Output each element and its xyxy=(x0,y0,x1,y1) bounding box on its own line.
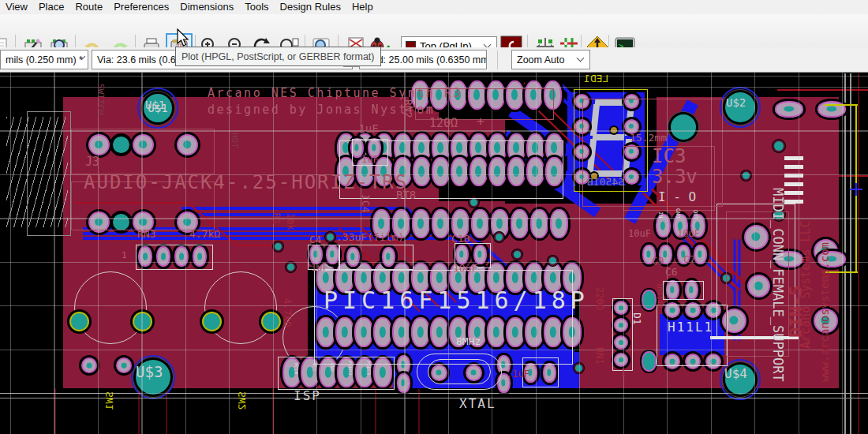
menu-view[interactable]: View xyxy=(0,0,33,13)
trace-top xyxy=(139,389,140,434)
module-editor-button[interactable] xyxy=(21,35,45,47)
silkscreen-text: www.arcanosystems.com xyxy=(819,242,830,382)
undo-button[interactable] xyxy=(80,35,104,47)
drill-hole xyxy=(826,106,836,111)
silkscreen-text: GND xyxy=(330,363,335,372)
zoom-selector[interactable]: Zoom Auto xyxy=(511,50,590,69)
trace-top xyxy=(419,389,420,434)
show-grid-button[interactable] xyxy=(557,35,581,47)
via xyxy=(327,234,334,241)
silkscreen-text: 10k xyxy=(286,213,295,230)
menu-tools[interactable]: Tools xyxy=(239,0,274,13)
silkscreen-text: PGED3 xyxy=(348,361,353,375)
silkscreen-text: D1 xyxy=(632,312,642,325)
silkscreen-text: RN3 xyxy=(137,229,155,239)
pad xyxy=(134,313,151,330)
usb-pin-comb xyxy=(784,156,803,207)
trace-bottom xyxy=(181,207,406,210)
print-button[interactable] xyxy=(140,35,163,47)
silkscreen-text: 15.2mm xyxy=(630,133,667,143)
redo-button[interactable] xyxy=(108,35,132,47)
netlist-button[interactable]: NET xyxy=(344,35,368,47)
module-viewer-button[interactable] xyxy=(47,35,71,47)
drill-hole xyxy=(784,106,794,111)
pad xyxy=(473,211,488,237)
drill-hole xyxy=(556,218,562,229)
find-button[interactable] xyxy=(309,35,333,47)
silkscreen-text: MIDI_CONN_FEMALE_SUPPORT xyxy=(771,188,784,382)
silkscreen-text: PIC16F1516/18P xyxy=(324,289,589,312)
silkscreen-text: IC3 xyxy=(652,147,686,166)
pad xyxy=(204,313,220,330)
layer-selector[interactable]: Top (PgUp) xyxy=(401,36,497,47)
zoom-in-button[interactable] xyxy=(197,35,221,47)
menu-design-rules[interactable]: Design Rules xyxy=(275,0,346,13)
pcb-canvas[interactable]: U$1Arcano NES Chiptune Synth R3designed … xyxy=(0,73,868,434)
trace-top xyxy=(237,245,278,246)
silkscreen-text: 120Ω xyxy=(429,118,458,129)
separator xyxy=(135,35,136,47)
svg-text:>_: >_ xyxy=(619,41,630,47)
trace-top xyxy=(55,389,56,434)
via xyxy=(549,257,556,264)
silkscreen-text: ISP xyxy=(294,390,321,402)
footprint-circle xyxy=(204,271,277,344)
silkscreen-text: XTAL xyxy=(459,398,496,410)
scripting-console-button[interactable]: >_ xyxy=(613,35,637,47)
silkscreen-text: LED1 xyxy=(584,73,608,84)
silkscreen-text: S4501B xyxy=(587,177,624,187)
pad xyxy=(413,211,428,237)
menu-dimensions[interactable]: Dimensions xyxy=(174,0,239,13)
layer-pair-button[interactable] xyxy=(499,35,523,47)
silkscreen-text: U$3 xyxy=(136,365,163,380)
usb-hole xyxy=(774,141,784,151)
silkscreen-text: PGEC3 xyxy=(366,361,371,375)
silkscreen-outline xyxy=(825,104,858,106)
track-width-selector[interactable]: mils (0.250 mm) * xyxy=(0,50,88,69)
silkscreen-outline xyxy=(136,245,213,270)
pad xyxy=(532,211,547,237)
via xyxy=(287,264,294,271)
trace-top xyxy=(376,389,376,434)
zoom-fit-button[interactable] xyxy=(276,35,300,47)
zoom-out-button[interactable] xyxy=(224,35,248,47)
drill-hole xyxy=(437,218,443,229)
menu-route[interactable]: Route xyxy=(69,0,108,13)
sheet-frame-line xyxy=(0,398,868,398)
drill-hole xyxy=(378,218,384,229)
drc-button[interactable] xyxy=(367,35,391,47)
hide-grid-button[interactable] xyxy=(533,35,557,47)
pad xyxy=(398,375,409,391)
via xyxy=(275,243,282,250)
drill-hole xyxy=(698,251,702,258)
trace-top xyxy=(839,175,868,177)
silkscreen-text: IN xyxy=(657,211,663,218)
silkscreen-text: VCC xyxy=(312,363,316,372)
silkscreen-text: I - O xyxy=(658,191,696,204)
silkscreen-text: .1uF xyxy=(507,369,529,379)
drill-hole xyxy=(660,222,665,230)
silkscreen-text: Arcano NES Chiptune Synth R3 xyxy=(208,88,462,99)
pad xyxy=(71,313,88,330)
menu-place[interactable]: Place xyxy=(33,0,70,13)
pad xyxy=(492,211,507,237)
relative-origin-marker xyxy=(855,183,857,196)
separator xyxy=(338,35,339,47)
new-board-button[interactable] xyxy=(0,35,11,47)
microwave-tools-button[interactable] xyxy=(586,35,609,47)
separator xyxy=(608,35,609,47)
pad xyxy=(433,211,448,237)
pad xyxy=(552,211,567,237)
silkscreen-outline xyxy=(612,298,633,371)
silkscreen-text: 1 xyxy=(620,368,626,377)
silkscreen-text: C6 xyxy=(665,267,678,277)
silkscreen-text: 1uF xyxy=(361,155,379,164)
menu-help[interactable]: Help xyxy=(346,0,379,13)
silkscreen-text: 1 xyxy=(122,251,127,260)
track-width-value: mils (0.250 mm) * xyxy=(6,54,83,65)
redraw-button[interactable] xyxy=(250,35,274,47)
menu-preferences[interactable]: Preferences xyxy=(108,0,174,13)
silkscreen-text: C4 xyxy=(309,234,322,245)
separator xyxy=(195,35,196,47)
silkscreen-outline xyxy=(663,281,704,300)
